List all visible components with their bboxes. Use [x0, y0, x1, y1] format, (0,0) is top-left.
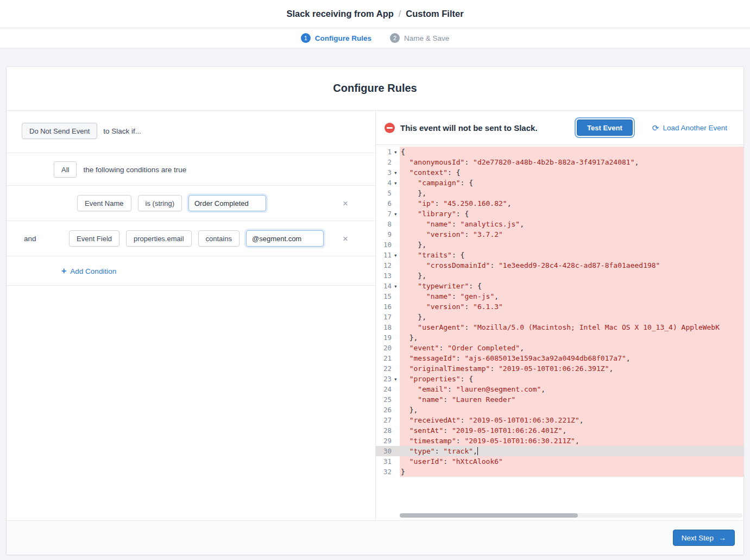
code-text[interactable]: "receivedAt": "2019-05-10T01:06:30.221Z"…: [400, 415, 743, 425]
code-line[interactable]: 19 },: [376, 332, 743, 343]
code-line[interactable]: 6 "ip": "45.250.160.82",: [376, 198, 743, 209]
fold-arrow-icon[interactable]: ▾: [392, 284, 400, 289]
code-line[interactable]: 29 "timestamp": "2019-05-10T01:06:30.211…: [376, 436, 743, 446]
line-gutter: 3▾: [376, 167, 400, 178]
line-number: 28: [383, 426, 392, 435]
code-text[interactable]: "version": "3.7.2": [400, 229, 743, 240]
fold-arrow-icon[interactable]: ▾: [392, 376, 400, 382]
code-text[interactable]: "library": {: [400, 209, 743, 219]
code-line[interactable]: 28 "sentAt": "2019-05-10T01:06:26.401Z",: [376, 425, 743, 436]
condition-field-button[interactable]: Event Field: [69, 230, 119, 247]
code-line[interactable]: 7▾ "library": {: [376, 209, 743, 219]
code-line[interactable]: 3▾ "context": {: [376, 167, 743, 178]
code-text[interactable]: },: [400, 312, 743, 322]
code-line[interactable]: 32}: [376, 467, 743, 477]
code-text[interactable]: "event": "Order Completed",: [400, 343, 743, 353]
fold-arrow-icon[interactable]: ▾: [392, 253, 400, 258]
condition-value-input[interactable]: [188, 195, 266, 211]
code-text[interactable]: "userAgent": "Mozilla/5.0 (Macintosh; In…: [400, 322, 743, 332]
code-line[interactable]: 23▾ "properties": {: [376, 374, 743, 384]
code-text[interactable]: "userId": "hXtcAlook6": [400, 456, 743, 467]
code-text[interactable]: "version": "6.1.3": [400, 301, 743, 312]
step-name-save[interactable]: 2 Name & Save: [390, 33, 449, 43]
code-text[interactable]: "traits": {: [400, 250, 743, 260]
code-line[interactable]: 25 "name": "Lauren Reeder": [376, 394, 743, 405]
breadcrumb: Slack receiving from App / Custom Filter: [0, 0, 750, 28]
fold-arrow-icon[interactable]: ▾: [392, 180, 400, 186]
line-number: 25: [383, 395, 392, 404]
line-number: 11: [383, 251, 392, 259]
code-text[interactable]: },: [400, 405, 743, 415]
code-text[interactable]: }: [400, 467, 743, 477]
code-line[interactable]: 22 "originalTimestamp": "2019-05-10T01:0…: [376, 363, 743, 374]
code-text[interactable]: {: [400, 147, 743, 157]
code-text[interactable]: "originalTimestamp": "2019-05-10T01:06:2…: [400, 363, 743, 374]
code-line[interactable]: 27 "receivedAt": "2019-05-10T01:06:30.22…: [376, 415, 743, 425]
event-json-editor[interactable]: 1▾{2 "anonymousId": "d2e77820-a48b-4b2b-…: [376, 145, 743, 520]
code-text[interactable]: "campaign": {: [400, 178, 743, 188]
code-line[interactable]: 18 "userAgent": "Mozilla/5.0 (Macintosh;…: [376, 322, 743, 332]
test-event-button[interactable]: Test Event: [577, 119, 633, 136]
code-line[interactable]: 14▾ "typewriter": {: [376, 281, 743, 291]
fold-arrow-icon[interactable]: ▾: [392, 211, 400, 217]
next-step-button[interactable]: Next Step →: [673, 530, 735, 546]
condition-value-input[interactable]: [246, 230, 324, 247]
line-gutter: 6: [376, 198, 400, 209]
code-line[interactable]: 11▾ "traits": {: [376, 250, 743, 260]
code-text[interactable]: "properties": {: [400, 374, 743, 384]
code-line[interactable]: 26 },: [376, 405, 743, 415]
filter-action-button[interactable]: Do Not Send Event: [22, 123, 97, 139]
code-line[interactable]: 12 "crossDomainId": "1e3eedd9-28c4-428c-…: [376, 260, 743, 270]
fold-arrow-icon[interactable]: ▾: [392, 149, 400, 155]
code-line[interactable]: 8 "name": "analytics.js",: [376, 219, 743, 229]
code-line[interactable]: 9 "version": "3.7.2": [376, 229, 743, 240]
code-line[interactable]: 10 },: [376, 240, 743, 250]
breadcrumb-separator: /: [399, 9, 401, 19]
code-text[interactable]: },: [400, 332, 743, 343]
code-text[interactable]: "messageId": "ajs-6085013e159ac3a92a0494…: [400, 353, 743, 363]
condition-operator-button[interactable]: is (string): [138, 195, 182, 211]
code-line[interactable]: 13 },: [376, 270, 743, 281]
code-line[interactable]: 5 },: [376, 188, 743, 198]
code-line[interactable]: 1▾{: [376, 147, 743, 157]
code-text[interactable]: "sentAt": "2019-05-10T01:06:26.401Z",: [400, 425, 743, 436]
code-line[interactable]: 4▾ "campaign": {: [376, 178, 743, 188]
remove-condition-icon[interactable]: ×: [343, 199, 348, 208]
add-condition-link[interactable]: Add Condition: [70, 267, 116, 275]
code-line[interactable]: 2 "anonymousId": "d2e77820-a48b-4b2b-882…: [376, 157, 743, 167]
remove-condition-icon[interactable]: ×: [343, 234, 348, 243]
load-another-event-link[interactable]: ⟳ Load Another Event: [652, 124, 727, 132]
step-configure-rules[interactable]: 1 Configure Rules: [301, 33, 371, 43]
code-text[interactable]: "email": "lauren@segment.com",: [400, 384, 743, 394]
code-text[interactable]: },: [400, 270, 743, 281]
code-line[interactable]: 24 "email": "lauren@segment.com",: [376, 384, 743, 394]
code-text[interactable]: "timestamp": "2019-05-10T01:06:30.211Z",: [400, 436, 743, 446]
code-text[interactable]: },: [400, 188, 743, 198]
configure-rules-card: Configure Rules Do Not Send Event to Sla…: [6, 66, 744, 555]
condition-property-button[interactable]: properties.email: [126, 230, 192, 247]
code-text[interactable]: "name": "Lauren Reeder": [400, 394, 743, 405]
code-line[interactable]: 17 },: [376, 312, 743, 322]
code-line[interactable]: 20 "event": "Order Completed",: [376, 343, 743, 353]
code-text[interactable]: "ip": "45.250.160.82",: [400, 198, 743, 209]
condition-field-button[interactable]: Event Name: [77, 195, 131, 211]
code-text[interactable]: "crossDomainId": "1e3eedd9-28c4-428c-ad8…: [400, 260, 743, 270]
code-text[interactable]: "name": "gen-js",: [400, 291, 743, 301]
code-text[interactable]: "type": "track",: [400, 446, 743, 456]
code-text[interactable]: "anonymousId": "d2e77820-a48b-4b2b-882a-…: [400, 157, 743, 167]
code-line[interactable]: 16 "version": "6.1.3": [376, 301, 743, 312]
code-text[interactable]: "typewriter": {: [400, 281, 743, 291]
code-line[interactable]: 21 "messageId": "ajs-6085013e159ac3a92a0…: [376, 353, 743, 363]
code-line[interactable]: 30 "type": "track",: [376, 446, 743, 456]
code-line[interactable]: 31 "userId": "hXtcAlook6": [376, 456, 743, 467]
condition-operator-button[interactable]: contains: [198, 230, 240, 247]
code-line[interactable]: 15 "name": "gen-js",: [376, 291, 743, 301]
match-type-button[interactable]: All: [54, 161, 77, 178]
scrollbar-thumb[interactable]: [400, 513, 578, 518]
code-text[interactable]: "name": "analytics.js",: [400, 219, 743, 229]
breadcrumb-app-link[interactable]: Slack receiving from App: [286, 9, 393, 19]
fold-arrow-icon[interactable]: ▾: [392, 170, 400, 175]
code-text[interactable]: },: [400, 240, 743, 250]
horizontal-scrollbar[interactable]: [400, 513, 742, 518]
code-text[interactable]: "context": {: [400, 167, 743, 178]
